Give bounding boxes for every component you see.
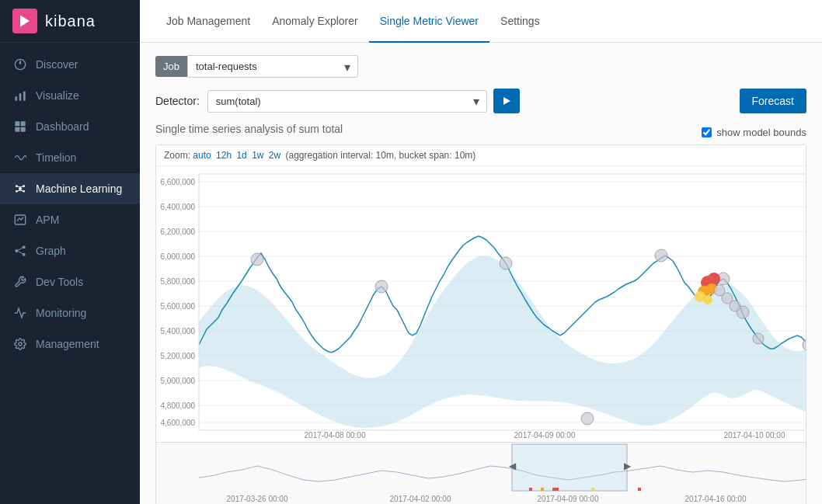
model-bounds-label: show model bounds — [716, 127, 806, 138]
sidebar-item-monitoring[interactable]: Monitoring — [0, 297, 140, 328]
sidebar-item-graph[interactable]: Graph — [0, 235, 140, 266]
svg-rect-7 — [15, 127, 19, 132]
zoom-1w[interactable]: 1w — [252, 150, 263, 161]
svg-rect-2 — [15, 96, 17, 100]
main-chart-wrapper: 6,600,000 6,400,000 6,200,000 6,000,000 … — [156, 166, 806, 442]
wave-icon — [12, 150, 28, 165]
svg-rect-74 — [529, 488, 532, 491]
svg-rect-77 — [591, 488, 594, 491]
kibana-logo-icon — [12, 9, 37, 33]
svg-text:2017-04-02 00:00: 2017-04-02 00:00 — [390, 495, 451, 503]
gear-icon — [12, 336, 28, 352]
svg-text:5,800,000: 5,800,000 — [161, 277, 196, 286]
job-select[interactable]: total-requests — [187, 55, 358, 78]
svg-rect-78 — [638, 488, 641, 491]
play-button[interactable] — [493, 89, 520, 113]
ml-icon — [12, 181, 28, 196]
grid-icon — [12, 119, 28, 134]
sidebar-item-management[interactable]: Management — [0, 328, 140, 360]
svg-text:6,600,000: 6,600,000 — [161, 178, 196, 186]
mini-chart-wrapper: ◀ ▶ 2017-03-26 00:00 2017-04-02 00:00 20… — [156, 442, 806, 504]
svg-point-24 — [19, 342, 22, 346]
svg-text:2017-04-10 00:00: 2017-04-10 00:00 — [724, 431, 785, 440]
svg-text:4,600,000: 4,600,000 — [161, 419, 196, 427]
sidebar-item-monitoring-label: Monitoring — [36, 307, 86, 319]
wrench-icon — [12, 274, 28, 290]
apm-icon — [12, 212, 28, 228]
sidebar-nav: Discover Visualize Dashboard Timelion Ma — [0, 43, 140, 504]
job-bar: Job total-requests — [155, 55, 806, 78]
sidebar-item-apm[interactable]: APM — [0, 204, 140, 235]
forecast-button[interactable]: Forecast — [740, 89, 806, 113]
tab-anomaly-explorer[interactable]: Anomaly Explorer — [261, 1, 369, 43]
svg-text:2017-04-09 00:00: 2017-04-09 00:00 — [514, 431, 576, 440]
svg-point-67 — [730, 301, 740, 311]
aggregation-info: (aggregation interval: 10m, bucket span:… — [286, 150, 476, 161]
svg-rect-8 — [21, 127, 26, 132]
sidebar-item-dashboard[interactable]: Dashboard — [0, 111, 140, 142]
detector-select-wrapper: sum(total) — [207, 90, 487, 113]
model-bounds-checkbox[interactable] — [702, 127, 712, 137]
svg-point-48 — [251, 253, 263, 266]
svg-text:6,400,000: 6,400,000 — [161, 203, 196, 211]
sidebar-item-graph-label: Graph — [36, 245, 66, 257]
svg-marker-25 — [503, 97, 510, 105]
job-label: Job — [155, 56, 187, 77]
detector-select[interactable]: sum(total) — [207, 90, 487, 113]
tab-job-management[interactable]: Job Management — [155, 1, 261, 43]
svg-text:4,800,000: 4,800,000 — [161, 401, 196, 410]
svg-point-52 — [655, 249, 667, 262]
zoom-bar: Zoom: auto 12h 1d 1w 2w (aggregation int… — [156, 145, 806, 166]
svg-point-20 — [23, 245, 26, 249]
zoom-12h[interactable]: 12h — [216, 150, 232, 161]
svg-point-60 — [708, 273, 720, 285]
svg-rect-18 — [15, 215, 25, 224]
sidebar-item-machine-learning[interactable]: Machine Learning — [0, 173, 140, 204]
svg-point-9 — [19, 187, 22, 190]
chart-controls: Single time series analysis of sum total… — [155, 123, 806, 141]
svg-point-21 — [23, 253, 26, 256]
svg-rect-76 — [552, 488, 559, 491]
tab-single-metric-viewer[interactable]: Single Metric Viewer — [369, 1, 489, 43]
svg-point-55 — [753, 333, 764, 344]
svg-rect-73 — [512, 444, 627, 491]
content-area: Job total-requests Detector: sum(total) … — [140, 43, 822, 504]
sidebar-item-visualize[interactable]: Visualize — [0, 80, 140, 111]
sidebar-item-apm-label: APM — [36, 214, 59, 226]
mini-chart-svg: ◀ ▶ 2017-03-26 00:00 2017-04-02 00:00 20… — [156, 443, 806, 504]
bar-chart-icon — [12, 88, 28, 103]
sidebar-item-dev-tools[interactable]: Dev Tools — [0, 266, 140, 297]
zoom-1d[interactable]: 1d — [236, 150, 246, 161]
main-content: Job Management Anomaly Explorer Single M… — [140, 0, 822, 504]
zoom-auto[interactable]: auto — [193, 150, 211, 161]
sidebar: kibana Discover Visualize Dashboard Tim — [0, 0, 140, 504]
svg-line-23 — [18, 252, 23, 254]
sidebar-item-management-label: Management — [36, 338, 99, 350]
svg-text:6,000,000: 6,000,000 — [161, 252, 196, 261]
sidebar-item-visualize-label: Visualize — [36, 89, 79, 102]
svg-point-51 — [581, 412, 594, 425]
svg-point-56 — [803, 339, 806, 351]
svg-line-22 — [18, 248, 23, 250]
svg-text:5,000,000: 5,000,000 — [161, 377, 196, 385]
svg-marker-1 — [19, 59, 22, 64]
svg-text:5,400,000: 5,400,000 — [161, 327, 196, 335]
svg-text:▶: ▶ — [624, 461, 632, 471]
kibana-logo-text: kibana — [45, 12, 96, 30]
tab-settings[interactable]: Settings — [489, 1, 551, 43]
sidebar-item-discover[interactable]: Discover — [0, 49, 140, 80]
detector-label: Detector: — [155, 95, 200, 107]
svg-text:2017-04-09 00:00: 2017-04-09 00:00 — [538, 495, 599, 503]
zoom-label: Zoom: — [164, 150, 193, 161]
zoom-2w[interactable]: 2w — [269, 150, 280, 161]
job-select-wrapper: total-requests — [187, 55, 358, 78]
graph-icon — [12, 243, 28, 259]
chart-title: Single time series analysis of sum total — [155, 123, 343, 135]
sidebar-item-discover-label: Discover — [36, 58, 78, 71]
sidebar-item-timelion[interactable]: Timelion — [0, 142, 140, 173]
chart-container: Zoom: auto 12h 1d 1w 2w (aggregation int… — [155, 144, 806, 504]
svg-rect-4 — [23, 92, 26, 101]
detector-row: Detector: sum(total) Forecast — [155, 89, 806, 113]
svg-text:2017-04-16 00:00: 2017-04-16 00:00 — [685, 495, 747, 503]
svg-rect-3 — [19, 93, 22, 100]
